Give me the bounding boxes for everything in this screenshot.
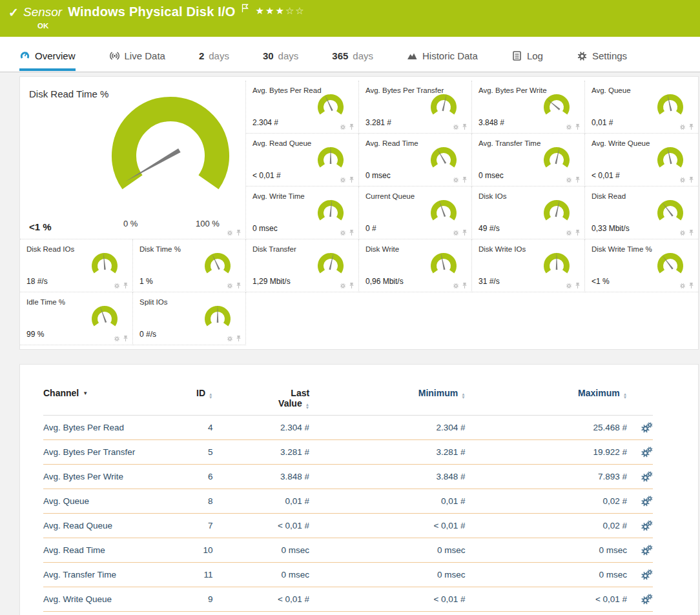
settings-gear-icon[interactable] bbox=[453, 124, 459, 130]
settings-gear-icon[interactable] bbox=[679, 283, 686, 289]
channel-name[interactable]: Avg. Bytes Per Read bbox=[43, 423, 176, 432]
settings-gear-icon[interactable] bbox=[340, 283, 346, 289]
table-row[interactable]: Avg. Write Queue9< 0,01 #< 0,01 #< 0,01 … bbox=[43, 587, 653, 612]
table-row[interactable]: Avg. Queue80,01 #0,01 #0,02 # bbox=[43, 489, 653, 514]
pin-icon[interactable] bbox=[575, 229, 581, 236]
column-header-last-value[interactable]: Last Value▲▼ bbox=[212, 388, 309, 409]
pin-icon[interactable] bbox=[688, 123, 694, 130]
column-header-channel[interactable]: Channel▼ bbox=[43, 388, 176, 398]
settings-gear-icon[interactable] bbox=[227, 283, 233, 289]
star-filled-icon[interactable]: ★ bbox=[275, 5, 285, 16]
settings-gear-icon[interactable] bbox=[227, 336, 233, 342]
pin-icon[interactable] bbox=[236, 229, 242, 236]
tab-30-days[interactable]: 30days bbox=[263, 50, 298, 71]
tab-live-data[interactable]: Live Data bbox=[109, 50, 165, 71]
column-header-maximum[interactable]: Maximum▲▼ bbox=[466, 388, 627, 399]
settings-gear-icon[interactable] bbox=[227, 230, 233, 236]
table-row[interactable]: Avg. Transfer Time110 msec0 msec0 msec bbox=[43, 563, 653, 587]
gauge-footer-icons bbox=[340, 123, 355, 130]
tab-historic-data[interactable]: Historic Data bbox=[407, 50, 478, 71]
pin-icon[interactable] bbox=[688, 229, 694, 236]
table-row[interactable]: Avg. Bytes Per Transfer53.281 #3.281 #19… bbox=[43, 440, 653, 465]
settings-gear-icon[interactable] bbox=[340, 230, 346, 236]
settings-gear-icon[interactable] bbox=[114, 336, 120, 342]
channel-settings-gears-icon[interactable] bbox=[641, 496, 653, 507]
pin-icon[interactable] bbox=[236, 335, 242, 342]
channel-name[interactable]: Avg. Transfer Time bbox=[43, 570, 176, 580]
settings-gear-icon[interactable] bbox=[566, 283, 572, 289]
pin-icon[interactable] bbox=[349, 229, 355, 236]
settings-gear-icon[interactable] bbox=[453, 177, 459, 183]
settings-gear-icon[interactable] bbox=[340, 177, 346, 183]
settings-gear-icon[interactable] bbox=[566, 230, 572, 236]
star-empty-icon[interactable]: ☆ bbox=[295, 5, 305, 16]
channel-settings-gears-icon[interactable] bbox=[641, 447, 653, 458]
pin-icon[interactable] bbox=[123, 282, 129, 289]
star-empty-icon[interactable]: ☆ bbox=[285, 5, 295, 16]
settings-gear-icon[interactable] bbox=[566, 177, 572, 183]
gauge-cell: Disk Write0,96 Mbit/s bbox=[359, 239, 472, 292]
gauge-title: Avg. Queue bbox=[592, 86, 631, 94]
table-row[interactable]: Avg. Bytes Per Write63.848 #3.848 #7.893… bbox=[43, 465, 653, 489]
settings-gear-icon[interactable] bbox=[566, 124, 572, 130]
gauge-cell: Disk Time %1 % bbox=[133, 239, 246, 292]
channel-name[interactable]: Avg. Bytes Per Write bbox=[43, 472, 176, 481]
channel-name[interactable]: Avg. Read Time bbox=[43, 545, 176, 555]
column-header-id[interactable]: ID▲▼ bbox=[176, 388, 213, 399]
tab-log[interactable]: Log bbox=[511, 50, 543, 71]
channel-last-value: 3.848 # bbox=[212, 472, 309, 481]
flag-icon[interactable] bbox=[242, 4, 249, 15]
pin-icon[interactable] bbox=[462, 229, 468, 236]
pin-icon[interactable] bbox=[575, 282, 581, 289]
pin-icon[interactable] bbox=[349, 282, 355, 289]
table-row[interactable]: Avg. Bytes Per Read42.304 #2.304 #25.468… bbox=[43, 416, 653, 440]
channel-settings-gears-icon[interactable] bbox=[641, 545, 653, 556]
gauge-title: Disk Time % bbox=[139, 245, 181, 253]
pin-icon[interactable] bbox=[349, 176, 355, 183]
star-filled-icon[interactable]: ★ bbox=[265, 5, 275, 16]
star-filled-icon[interactable]: ★ bbox=[256, 5, 265, 16]
tab-2-days[interactable]: 2days bbox=[199, 50, 229, 71]
pin-icon[interactable] bbox=[575, 123, 581, 130]
pin-icon[interactable] bbox=[575, 176, 581, 183]
channel-settings-gears-icon[interactable] bbox=[641, 594, 653, 605]
status-badge: OK bbox=[37, 22, 48, 30]
pin-icon[interactable] bbox=[123, 335, 129, 342]
column-header-label: Value bbox=[278, 398, 302, 408]
channel-id: 6 bbox=[176, 472, 213, 481]
channel-name[interactable]: Avg. Bytes Per Transfer bbox=[43, 447, 176, 457]
pin-icon[interactable] bbox=[236, 282, 242, 289]
table-row[interactable]: Avg. Read Queue7< 0,01 #< 0,01 #0,02 # bbox=[43, 514, 653, 538]
rating-stars[interactable]: ★★★☆☆ bbox=[256, 5, 305, 17]
table-row[interactable]: Avg. Read Time100 msec0 msec0 msec bbox=[43, 538, 653, 563]
tab-365-days[interactable]: 365days bbox=[332, 50, 373, 71]
column-header-minimum[interactable]: Minimum▲▼ bbox=[309, 388, 465, 399]
channel-settings-gears-icon[interactable] bbox=[641, 422, 653, 433]
settings-gear-icon[interactable] bbox=[114, 283, 120, 289]
settings-gear-icon[interactable] bbox=[679, 177, 686, 183]
settings-gear-icon[interactable] bbox=[679, 230, 686, 236]
settings-gear-icon[interactable] bbox=[453, 230, 459, 236]
channel-name[interactable]: Avg. Read Queue bbox=[43, 521, 176, 530]
settings-gear-icon[interactable] bbox=[340, 124, 346, 130]
tab-overview[interactable]: Overview bbox=[19, 50, 76, 71]
pin-icon[interactable] bbox=[688, 176, 694, 183]
gauge-title: Avg. Write Queue bbox=[592, 139, 650, 147]
tab-settings[interactable]: Settings bbox=[577, 50, 627, 71]
channel-settings-gears-icon[interactable] bbox=[641, 520, 653, 531]
pin-icon[interactable] bbox=[349, 123, 355, 130]
channel-name[interactable]: Avg. Queue bbox=[43, 496, 176, 506]
channel-settings-gears-icon[interactable] bbox=[641, 471, 653, 482]
channel-settings-gears-icon[interactable] bbox=[641, 569, 653, 580]
gauge-title: Avg. Bytes Per Write bbox=[479, 86, 547, 94]
pin-icon[interactable] bbox=[462, 282, 468, 289]
pin-icon[interactable] bbox=[688, 282, 694, 289]
pin-icon[interactable] bbox=[462, 123, 468, 130]
pin-icon[interactable] bbox=[462, 176, 468, 183]
settings-gear-icon[interactable] bbox=[453, 283, 459, 289]
settings-gear-icon[interactable] bbox=[679, 124, 686, 130]
gauge-title: Avg. Transfer Time bbox=[479, 139, 540, 147]
gauge-dial bbox=[427, 91, 460, 126]
row-actions bbox=[627, 471, 653, 482]
channel-name[interactable]: Avg. Write Queue bbox=[43, 594, 176, 604]
